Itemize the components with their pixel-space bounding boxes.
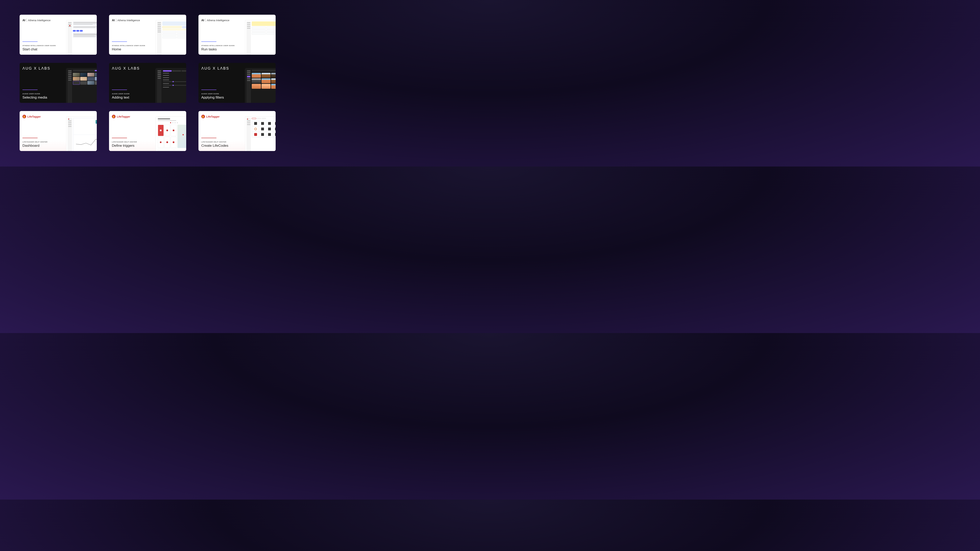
card-augx-selecting-media[interactable]: ΛUG X LΛBS AUGIE USER GUIDE Selecting me… [20, 63, 97, 103]
card-category: ATHENA INTELLIGENCE USER GUIDE [112, 45, 151, 46]
lifetagger-logo-text: LifeTagger [27, 115, 41, 118]
lifetagger-logo: ✋ LifeTagger [112, 115, 151, 118]
lifetagger-logo-text: LifeTagger [117, 115, 130, 118]
accent-bar [112, 41, 127, 42]
card-thumbnail [156, 116, 186, 151]
athena-logo-mark: AI [112, 19, 116, 22]
card-category: LIFETAGGER HELP CENTER [112, 141, 151, 143]
card-category: AUGIE USER GUIDE [201, 93, 241, 95]
card-augx-adding-text[interactable]: ΛUG X LΛBS AUGIE USER GUIDE Adding text [109, 63, 186, 103]
athena-logo-text: Athena Intelligence [28, 19, 51, 22]
accent-bar [22, 90, 38, 90]
guide-card-grid: AI Athena Intelligence ATHENA INTELLIGEN… [20, 15, 278, 151]
card-thumbnail [156, 68, 186, 103]
augx-logo: ΛUG X LΛBS [22, 67, 62, 70]
lifetagger-logo-text: LifeTagger [206, 115, 220, 118]
card-category: LIFETAGGER HELP CENTER [201, 141, 241, 143]
card-category: ATHENA INTELLIGENCE USER GUIDE [22, 45, 62, 46]
card-category: AUGIE USER GUIDE [112, 93, 151, 95]
accent-bar [22, 41, 38, 42]
card-category: AUGIE USER GUIDE [22, 93, 62, 95]
card-title: Applying filters [201, 95, 241, 100]
card-lifetagger-create-lifecodes[interactable]: ✋ LifeTagger LIFETAGGER HELP CENTER Crea… [199, 111, 275, 151]
card-athena-run-tasks[interactable]: AI Athena Intelligence ATHENA INTELLIGEN… [199, 15, 275, 55]
accent-bar [112, 138, 127, 138]
card-title: Define triggers [112, 144, 151, 148]
accent-bar [112, 90, 127, 90]
accent-bar [201, 138, 216, 138]
athena-logo: AI Athena Intelligence [22, 18, 62, 22]
card-thumbnail [245, 20, 275, 55]
accent-bar [22, 138, 38, 138]
card-title: Selecting media [22, 95, 62, 100]
athena-logo-mark: AI [22, 19, 27, 22]
card-title: Start chat [22, 48, 62, 51]
athena-logo-mark: AI [201, 19, 205, 22]
athena-logo: AI Athena Intelligence [112, 18, 151, 22]
card-thumbnail [66, 68, 97, 103]
lifetagger-logo: ✋ LifeTagger [22, 115, 62, 118]
card-title: Run tasks [201, 48, 241, 51]
augx-logo-text: ΛUG X LΛBS [201, 66, 229, 71]
accent-bar [201, 90, 216, 90]
augx-logo: ΛUG X LΛBS [112, 67, 151, 70]
card-title: Dashboard [22, 144, 62, 148]
card-athena-start-chat[interactable]: AI Athena Intelligence ATHENA INTELLIGEN… [20, 15, 97, 55]
athena-logo-text: Athena Intelligence [118, 19, 140, 22]
card-lifetagger-dashboard[interactable]: ✋ LifeTagger LIFETAGGER HELP CENTER Dash… [20, 111, 97, 151]
card-thumbnail [66, 20, 97, 55]
athena-logo: AI Athena Intelligence [201, 18, 241, 22]
card-thumbnail [66, 116, 97, 151]
card-thumbnail [245, 68, 275, 103]
hand-icon: ✋ [22, 115, 26, 118]
hand-icon: ✋ [201, 115, 205, 118]
augx-logo-text: ΛUG X LΛBS [22, 66, 51, 71]
card-title: Create LifeCodes [201, 144, 241, 148]
card-title: Home [112, 48, 151, 51]
card-title: Adding text [112, 95, 151, 100]
hand-icon: ✋ [112, 115, 116, 118]
card-thumbnail [156, 20, 186, 55]
card-augx-applying-filters[interactable]: ΛUG X LΛBS AUGIE USER GUIDE Applying fil… [199, 63, 275, 103]
augx-logo: ΛUG X LΛBS [201, 67, 241, 70]
card-category: LIFETAGGER HELP CENTER [22, 141, 62, 143]
card-category: ATHENA INTELLIGENCE USER GUIDE [201, 45, 241, 46]
card-athena-home[interactable]: AI Athena Intelligence ATHENA INTELLIGEN… [109, 15, 186, 55]
lifetagger-logo: ✋ LifeTagger [201, 115, 241, 118]
card-thumbnail [245, 116, 275, 151]
accent-bar [201, 41, 216, 42]
athena-logo-text: Athena Intelligence [207, 19, 229, 22]
augx-logo-text: ΛUG X LΛBS [112, 66, 140, 71]
card-lifetagger-define-triggers[interactable]: ✋ LifeTagger LIFETAGGER HELP CENTER Defi… [109, 111, 186, 151]
